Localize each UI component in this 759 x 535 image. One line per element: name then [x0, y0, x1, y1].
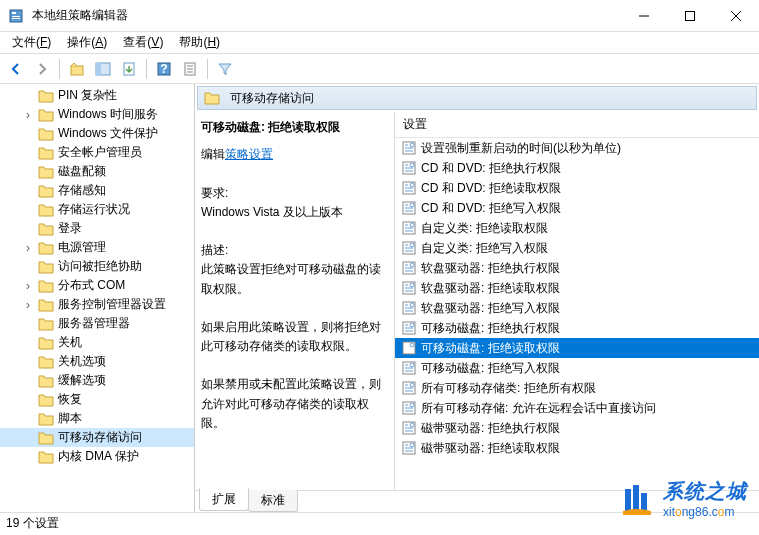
setting-label: 软盘驱动器: 拒绝执行权限 — [421, 260, 560, 277]
tree-item-label: Windows 时间服务 — [58, 106, 158, 123]
tree-item[interactable]: 访问被拒绝协助 — [0, 257, 194, 276]
tree-item-label: 缓解选项 — [58, 372, 106, 389]
setting-item[interactable]: CD 和 DVD: 拒绝执行权限 — [395, 158, 759, 178]
status-bar: 19 个设置 — [0, 512, 759, 534]
tab[interactable]: 标准 — [248, 490, 298, 512]
tab[interactable]: 扩展 — [199, 488, 249, 511]
setting-item[interactable]: 软盘驱动器: 拒绝执行权限 — [395, 258, 759, 278]
requirements-label: 要求: — [201, 184, 384, 203]
setting-label: 软盘驱动器: 拒绝写入权限 — [421, 300, 560, 317]
expand-icon: › — [26, 279, 38, 293]
setting-label: 可移动磁盘: 拒绝写入权限 — [421, 360, 560, 377]
setting-item[interactable]: 可移动磁盘: 拒绝写入权限 — [395, 358, 759, 378]
close-button[interactable] — [713, 0, 759, 32]
forward-button[interactable] — [30, 57, 54, 81]
separator — [59, 59, 60, 79]
svg-rect-5 — [686, 11, 695, 20]
setting-label: 所有可移动存储: 允许在远程会话中直接访问 — [421, 400, 656, 417]
expand-icon: › — [26, 108, 38, 122]
tree-item[interactable]: 缓解选项 — [0, 371, 194, 390]
tree-item-label: Windows 文件保护 — [58, 125, 158, 142]
svg-rect-10 — [96, 63, 101, 75]
menu-bar: 文件(F)操作(A)查看(V)帮助(H) — [0, 32, 759, 54]
tree-item-label: 服务控制管理器设置 — [58, 296, 166, 313]
svg-rect-3 — [12, 18, 20, 19]
title-bar: 本地组策略编辑器 — [0, 0, 759, 32]
column-header-setting[interactable]: 设置 — [395, 112, 759, 138]
setting-item[interactable]: 软盘驱动器: 拒绝读取权限 — [395, 278, 759, 298]
setting-item[interactable]: CD 和 DVD: 拒绝写入权限 — [395, 198, 759, 218]
setting-label: 磁带驱动器: 拒绝执行权限 — [421, 420, 560, 437]
setting-label: 磁带驱动器: 拒绝读取权限 — [421, 440, 560, 457]
settings-list[interactable]: 设置 设置强制重新启动的时间(以秒为单位)CD 和 DVD: 拒绝执行权限CD … — [395, 112, 759, 490]
tree-pane[interactable]: PIN 复杂性›Windows 时间服务Windows 文件保护安全帐户管理员磁… — [0, 84, 195, 512]
tree-item[interactable]: 关机选项 — [0, 352, 194, 371]
svg-text:?: ? — [160, 62, 167, 76]
tree-item-label: 安全帐户管理员 — [58, 144, 142, 161]
setting-item[interactable]: 软盘驱动器: 拒绝写入权限 — [395, 298, 759, 318]
setting-item[interactable]: 磁带驱动器: 拒绝读取权限 — [395, 438, 759, 458]
separator — [146, 59, 147, 79]
setting-label: 软盘驱动器: 拒绝读取权限 — [421, 280, 560, 297]
show-hide-tree-button[interactable] — [91, 57, 115, 81]
tree-item[interactable]: Windows 文件保护 — [0, 124, 194, 143]
filter-button[interactable] — [213, 57, 237, 81]
menu-item[interactable]: 文件(F) — [4, 32, 59, 53]
tree-item[interactable]: 安全帐户管理员 — [0, 143, 194, 162]
description-text: 此策略设置拒绝对可移动磁盘的读取权限。 — [201, 260, 384, 298]
description-paragraph: 如果启用此策略设置，则将拒绝对此可移动存储类的读取权限。 — [201, 318, 384, 356]
setting-label: 自定义类: 拒绝写入权限 — [421, 240, 548, 257]
tree-item[interactable]: 关机 — [0, 333, 194, 352]
tree-item-label: PIN 复杂性 — [58, 87, 117, 104]
setting-label: CD 和 DVD: 拒绝写入权限 — [421, 200, 561, 217]
expand-icon: › — [26, 241, 38, 255]
tree-item[interactable]: ›服务控制管理器设置 — [0, 295, 194, 314]
menu-item[interactable]: 查看(V) — [115, 32, 171, 53]
minimize-button[interactable] — [621, 0, 667, 32]
svg-rect-8 — [71, 66, 83, 75]
properties-button[interactable] — [178, 57, 202, 81]
tree-item[interactable]: 服务器管理器 — [0, 314, 194, 333]
up-button[interactable] — [65, 57, 89, 81]
export-list-button[interactable] — [117, 57, 141, 81]
edit-policy-link[interactable]: 策略设置 — [225, 147, 273, 161]
setting-item[interactable]: 设置强制重新启动的时间(以秒为单位) — [395, 138, 759, 158]
back-button[interactable] — [4, 57, 28, 81]
tree-item[interactable]: 恢复 — [0, 390, 194, 409]
setting-label: 自定义类: 拒绝读取权限 — [421, 220, 548, 237]
help-button[interactable]: ? — [152, 57, 176, 81]
setting-item[interactable]: 可移动磁盘: 拒绝执行权限 — [395, 318, 759, 338]
tree-item[interactable]: 可移动存储访问 — [0, 428, 194, 447]
description-label: 描述: — [201, 241, 384, 260]
maximize-button[interactable] — [667, 0, 713, 32]
setting-label: 可移动磁盘: 拒绝执行权限 — [421, 320, 560, 337]
setting-item[interactable]: 所有可移动存储: 允许在远程会话中直接访问 — [395, 398, 759, 418]
setting-item[interactable]: 所有可移动存储类: 拒绝所有权限 — [395, 378, 759, 398]
tree-item[interactable]: ›Windows 时间服务 — [0, 105, 194, 124]
setting-label: 可移动磁盘: 拒绝读取权限 — [421, 340, 560, 357]
details-header: 可移动存储访问 — [197, 86, 757, 110]
tree-item[interactable]: 磁盘配额 — [0, 162, 194, 181]
menu-item[interactable]: 操作(A) — [59, 32, 115, 53]
tree-item[interactable]: 脚本 — [0, 409, 194, 428]
setting-item[interactable]: CD 和 DVD: 拒绝读取权限 — [395, 178, 759, 198]
menu-item[interactable]: 帮助(H) — [171, 32, 228, 53]
tree-item[interactable]: 登录 — [0, 219, 194, 238]
tree-item-label: 访问被拒绝协助 — [58, 258, 142, 275]
toolbar: ? — [0, 54, 759, 84]
tree-item[interactable]: 内核 DMA 保护 — [0, 447, 194, 466]
window-title: 本地组策略编辑器 — [32, 7, 621, 24]
setting-item[interactable]: 磁带驱动器: 拒绝执行权限 — [395, 418, 759, 438]
tree-item[interactable]: ›电源管理 — [0, 238, 194, 257]
setting-item[interactable]: 自定义类: 拒绝写入权限 — [395, 238, 759, 258]
setting-item[interactable]: 自定义类: 拒绝读取权限 — [395, 218, 759, 238]
tree-item[interactable]: 存储感知 — [0, 181, 194, 200]
tree-item[interactable]: 存储运行状况 — [0, 200, 194, 219]
edit-label: 编辑 — [201, 147, 225, 161]
tree-item[interactable]: ›分布式 COM — [0, 276, 194, 295]
tree-item-label: 脚本 — [58, 410, 82, 427]
content-area: PIN 复杂性›Windows 时间服务Windows 文件保护安全帐户管理员磁… — [0, 84, 759, 512]
setting-item[interactable]: 可移动磁盘: 拒绝读取权限 — [395, 338, 759, 358]
tree-item[interactable]: PIN 复杂性 — [0, 86, 194, 105]
tree-item-label: 内核 DMA 保护 — [58, 448, 139, 465]
